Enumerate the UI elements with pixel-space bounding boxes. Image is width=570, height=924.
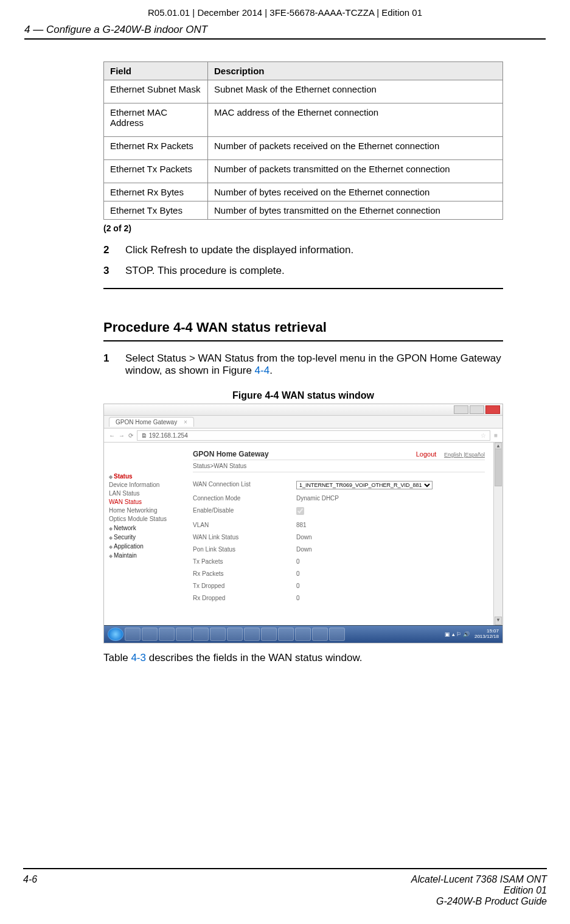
taskbar-icon[interactable] — [142, 628, 158, 641]
row-pon-link-status: Pon Link Status Down — [193, 546, 485, 553]
header-rule — [24, 38, 546, 40]
taskbar-icon[interactable] — [312, 628, 328, 641]
clock: 15:07 2013/12/18 — [474, 629, 499, 640]
back-icon[interactable]: ← — [109, 432, 115, 439]
footer-line2: Edition 01 — [411, 885, 547, 896]
reload-icon[interactable]: ⟳ — [128, 432, 133, 439]
forward-icon[interactable]: → — [119, 432, 125, 439]
field-description-table: Field Description Ethernet Subnet MaskSu… — [103, 61, 503, 220]
page-number: 4-6 — [23, 874, 37, 907]
figure-link[interactable]: 4-4 — [255, 365, 270, 376]
procedure-heading: Procedure 4-4 WAN status retrieval — [103, 320, 503, 335]
main-panel: GPON Home Gateway Logout English |Españo… — [184, 443, 493, 625]
enable-checkbox[interactable] — [296, 507, 304, 515]
taskbar-icon[interactable] — [227, 628, 243, 641]
sidebar-item-lan-status[interactable]: LAN Status — [109, 490, 182, 497]
scroll-thumb[interactable] — [495, 449, 502, 486]
lang-espanol[interactable]: Español — [465, 452, 485, 458]
taskbar-icon[interactable] — [193, 628, 209, 641]
window-titlebar — [104, 404, 502, 416]
cell-desc: MAC address of the Ethernet connection — [208, 103, 503, 137]
label: Tx Packets — [193, 558, 296, 565]
taskbar-icon[interactable] — [278, 628, 294, 641]
sidebar: Status Device Information LAN Status WAN… — [104, 443, 184, 625]
breadcrumb: Status>WAN Status — [193, 460, 485, 472]
clock-date: 2013/12/18 — [474, 634, 499, 640]
taskbar-icon[interactable] — [125, 628, 141, 641]
sidebar-item-wan-status[interactable]: WAN Status — [109, 499, 182, 505]
post-fig-pre: Table — [103, 652, 131, 663]
logout-link[interactable]: Logout — [416, 450, 437, 458]
value: 0 — [296, 583, 300, 589]
taskbar-icon[interactable] — [159, 628, 175, 641]
taskbar-icon[interactable] — [210, 628, 226, 641]
label: Enable/Disable — [193, 507, 296, 516]
figure-wan-status-window: GPON Home Gateway × ← → ⟳ 🗎 192.168.1.25… — [103, 404, 503, 643]
sidebar-group-security[interactable]: Security — [109, 534, 182, 541]
browser-tab[interactable]: GPON Home Gateway × — [109, 417, 194, 427]
doc-meta: R05.01.01 | December 2014 | 3FE-56678-AA… — [24, 7, 546, 18]
label: Connection Mode — [193, 495, 296, 502]
th-description: Description — [208, 62, 503, 80]
wan-connection-select[interactable]: 1_INTERNET_TR069_VOIP_OTHER_R_VID_881 — [296, 481, 433, 489]
row-wan-connection-list: WAN Connection List 1_INTERNET_TR069_VOI… — [193, 481, 485, 489]
step: 1 Select Status > WAN Status from the to… — [103, 352, 503, 377]
table-page-indicator: (2 of 2) — [103, 223, 503, 233]
section-title: 4 — Configure a G-240W-B indoor ONT — [24, 24, 546, 36]
taskbar: ▣ ▴ ⚐ 🔊 15:07 2013/12/18 — [104, 625, 502, 643]
maximize-icon[interactable] — [470, 405, 484, 414]
procedure-separator — [103, 288, 503, 289]
cell-field: Ethernet MAC Address — [104, 103, 208, 137]
table-row: Ethernet Rx PacketsNumber of packets rec… — [104, 137, 503, 160]
sidebar-group-status[interactable]: Status — [109, 473, 182, 480]
sidebar-item-device-info[interactable]: Device Information — [109, 481, 182, 488]
cell-field: Ethernet Rx Bytes — [104, 183, 208, 201]
taskbar-icon[interactable] — [329, 628, 345, 641]
cell-desc: Number of packets transmitted on the Eth… — [208, 160, 503, 183]
taskbar-icon[interactable] — [244, 628, 260, 641]
table-row: Ethernet Tx BytesNumber of bytes transmi… — [104, 201, 503, 220]
label: Rx Packets — [193, 570, 296, 577]
value: 0 — [296, 570, 300, 577]
sidebar-group-network[interactable]: Network — [109, 525, 182, 531]
sidebar-item-optics-module-status[interactable]: Optics Module Status — [109, 516, 182, 522]
cell-desc: Number of packets received on the Ethern… — [208, 137, 503, 160]
sidebar-item-home-networking[interactable]: Home Networking — [109, 507, 182, 514]
step: 2 Click Refresh to update the displayed … — [103, 244, 503, 256]
bookmark-icon[interactable]: ☆ — [481, 432, 486, 439]
tab-close-icon[interactable]: × — [184, 419, 187, 425]
minimize-icon[interactable] — [454, 405, 468, 414]
system-tray[interactable]: ▣ ▴ ⚐ 🔊 — [445, 631, 470, 637]
cell-field: Ethernet Subnet Mask — [104, 80, 208, 103]
sidebar-group-application[interactable]: Application — [109, 543, 182, 550]
row-rx-dropped: Rx Dropped 0 — [193, 595, 485, 601]
table-row: Ethernet Tx PacketsNumber of packets tra… — [104, 160, 503, 183]
cell-field: Ethernet Rx Packets — [104, 137, 208, 160]
label: VLAN — [193, 522, 296, 528]
url-input[interactable]: 🗎 192.168.1.254 ☆ — [137, 430, 490, 441]
th-field: Field — [104, 62, 208, 80]
taskbar-icon[interactable] — [295, 628, 311, 641]
scroll-down-icon[interactable]: ▼ — [495, 617, 502, 625]
menu-icon[interactable]: ≡ — [494, 432, 498, 439]
cell-field: Ethernet Tx Packets — [104, 160, 208, 183]
table-row: Ethernet Subnet MaskSubnet Mask of the E… — [104, 80, 503, 103]
step-number: 3 — [103, 265, 125, 277]
scrollbar[interactable]: ▲ ▼ — [493, 443, 502, 625]
start-icon[interactable] — [108, 628, 123, 641]
page-body: Status Device Information LAN Status WAN… — [104, 443, 502, 625]
row-rx-packets: Rx Packets 0 — [193, 570, 485, 577]
table-row: Ethernet Rx BytesNumber of bytes receive… — [104, 183, 503, 201]
cell-desc: Subnet Mask of the Ethernet connection — [208, 80, 503, 103]
table-link[interactable]: 4-3 — [131, 652, 146, 663]
close-icon[interactable] — [485, 405, 500, 414]
lang-english[interactable]: English — [444, 452, 462, 458]
taskbar-icon[interactable] — [261, 628, 277, 641]
sidebar-group-maintain[interactable]: Maintain — [109, 552, 182, 559]
browser-tab-row: GPON Home Gateway × — [104, 416, 502, 429]
taskbar-icon[interactable] — [176, 628, 192, 641]
label: Rx Dropped — [193, 595, 296, 601]
cell-desc: Number of bytes received on the Ethernet… — [208, 183, 503, 201]
row-vlan: VLAN 881 — [193, 522, 485, 528]
step-text-pre: Select Status > WAN Status from the top-… — [125, 352, 501, 376]
